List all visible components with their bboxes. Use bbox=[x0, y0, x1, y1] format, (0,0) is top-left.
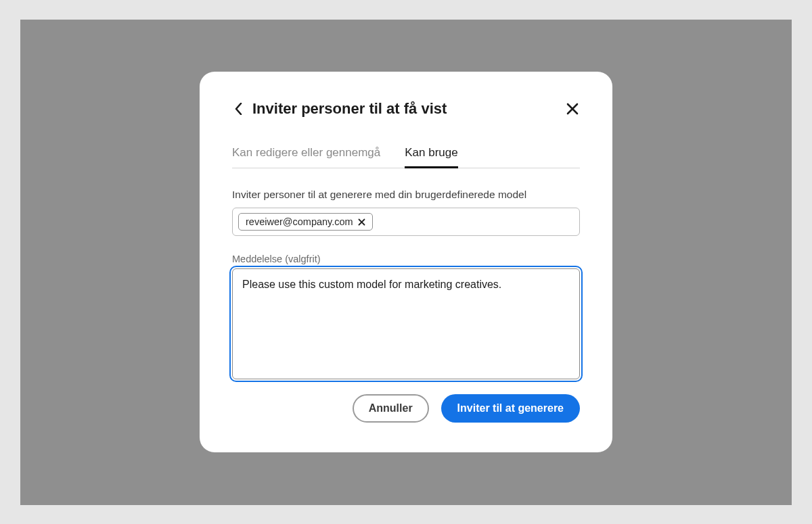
tabs: Kan redigere eller gennemgå Kan bruge bbox=[232, 146, 580, 168]
tab-label: Kan bruge bbox=[405, 146, 457, 159]
chip-remove-icon[interactable] bbox=[357, 217, 367, 227]
tab-can-edit[interactable]: Kan redigere eller gennemgå bbox=[232, 146, 380, 168]
button-row: Annuller Inviter til at generere bbox=[232, 394, 580, 423]
tab-can-use[interactable]: Kan bruge bbox=[405, 146, 457, 168]
chip-text: reveiwer@company.com bbox=[246, 216, 353, 227]
cancel-button[interactable]: Annuller bbox=[353, 394, 429, 423]
email-input[interactable]: reveiwer@company.com bbox=[232, 208, 580, 236]
invite-label: Inviter personer til at generere med din… bbox=[232, 189, 580, 201]
back-icon[interactable] bbox=[232, 103, 244, 115]
message-textarea[interactable] bbox=[232, 268, 580, 379]
modal-header: Inviter personer til at få vist bbox=[232, 100, 580, 118]
email-chip: reveiwer@company.com bbox=[238, 213, 373, 231]
modal-title: Inviter personer til at få vist bbox=[252, 100, 447, 118]
title-wrap: Inviter personer til at få vist bbox=[232, 100, 447, 118]
modal-backdrop: Inviter personer til at få vist Kan redi… bbox=[20, 20, 792, 505]
message-label: Meddelelse (valgfrit) bbox=[232, 254, 580, 264]
invite-modal: Inviter personer til at få vist Kan redi… bbox=[200, 72, 612, 452]
close-icon[interactable] bbox=[565, 101, 580, 116]
invite-button[interactable]: Inviter til at generere bbox=[441, 394, 580, 423]
tab-label: Kan redigere eller gennemgå bbox=[232, 146, 380, 159]
